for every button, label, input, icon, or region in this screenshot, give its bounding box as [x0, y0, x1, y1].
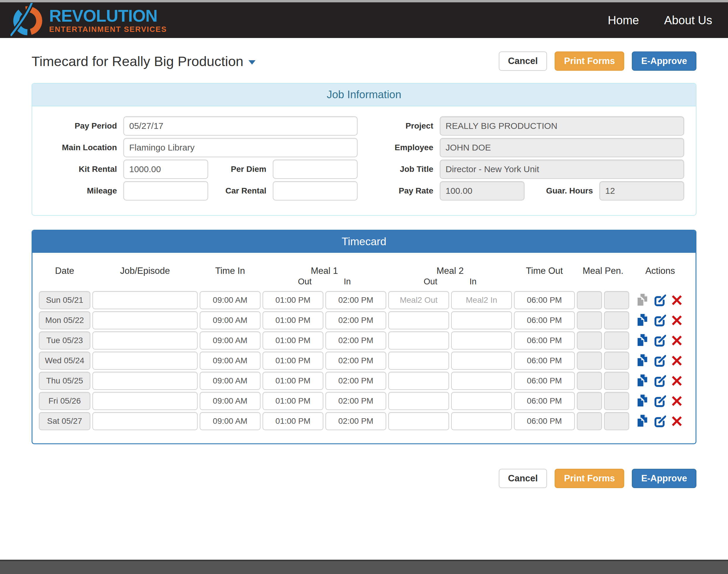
job-episode-input[interactable]	[92, 291, 198, 309]
meal2-in-input[interactable]	[451, 352, 512, 370]
meal1-out-input[interactable]	[262, 291, 323, 309]
meal2-out-input[interactable]	[388, 331, 449, 350]
print-forms-button-bottom[interactable]: Print Forms	[555, 469, 624, 488]
meal1-in-input[interactable]	[325, 331, 386, 350]
e-approve-button-bottom[interactable]: E-Approve	[632, 469, 696, 488]
delete-icon[interactable]	[671, 355, 683, 367]
time-in-input[interactable]	[200, 331, 260, 350]
meal2-out-input[interactable]	[388, 372, 449, 390]
edit-icon[interactable]	[654, 334, 666, 346]
meal2-in-input[interactable]	[451, 311, 512, 329]
job-episode-input[interactable]	[92, 412, 198, 430]
page-footer	[0, 560, 728, 574]
copy-icon[interactable]	[636, 414, 649, 428]
chevron-down-icon[interactable]	[248, 60, 255, 65]
meal1-out-input[interactable]	[262, 352, 323, 370]
meal2-in-input[interactable]	[451, 412, 512, 430]
mileage-input[interactable]	[123, 181, 208, 201]
meal1-out-input[interactable]	[262, 331, 323, 350]
row-actions	[631, 394, 689, 408]
meal1-in-input[interactable]	[325, 311, 386, 329]
meal-pen-1-cell	[577, 372, 602, 390]
nav-item-about-us[interactable]: About Us	[664, 14, 712, 27]
cancel-button-top[interactable]: Cancel	[499, 51, 547, 71]
car-rental-input[interactable]	[273, 181, 358, 201]
delete-icon[interactable]	[671, 395, 683, 407]
meal1-in-input[interactable]	[325, 291, 386, 309]
meal1-in-input[interactable]	[325, 412, 386, 430]
meal2-out-input[interactable]	[388, 311, 449, 329]
time-in-input[interactable]	[200, 412, 260, 430]
date-cell	[39, 412, 90, 430]
meal2-out-input[interactable]	[388, 412, 449, 430]
time-out-input[interactable]	[514, 372, 575, 390]
meal2-in-input[interactable]	[451, 392, 512, 410]
meal-pen-2-cell	[604, 392, 629, 410]
edit-icon[interactable]	[654, 314, 666, 326]
meal1-out-input[interactable]	[262, 311, 323, 329]
time-out-input[interactable]	[514, 311, 575, 329]
meal2-in-input[interactable]	[451, 331, 512, 350]
meal1-in-input[interactable]	[325, 392, 386, 410]
kit-rental-input[interactable]	[123, 160, 208, 179]
copy-icon[interactable]	[636, 374, 649, 387]
meal1-in-input[interactable]	[325, 352, 386, 370]
meal2-out-input[interactable]	[388, 392, 449, 410]
delete-icon[interactable]	[671, 415, 683, 427]
per-diem-input[interactable]	[273, 160, 358, 179]
meal1-out-input[interactable]	[262, 372, 323, 390]
time-out-input[interactable]	[514, 392, 575, 410]
nav-item-home[interactable]: Home	[608, 14, 639, 27]
job-episode-input[interactable]	[92, 311, 198, 329]
meal2-out-input[interactable]	[388, 352, 449, 370]
meal2-in-input[interactable]	[451, 291, 512, 309]
table-row	[39, 392, 689, 410]
employee-input	[440, 138, 684, 157]
job-episode-input[interactable]	[92, 331, 198, 350]
table-row	[39, 311, 689, 329]
copy-icon[interactable]	[636, 334, 649, 347]
time-out-input[interactable]	[514, 352, 575, 370]
time-in-input[interactable]	[200, 392, 260, 410]
time-out-input[interactable]	[514, 331, 575, 350]
delete-icon[interactable]	[671, 335, 683, 346]
job-episode-input[interactable]	[92, 372, 198, 390]
delete-icon[interactable]	[671, 375, 683, 387]
print-forms-button-top[interactable]: Print Forms	[555, 51, 624, 71]
delete-icon[interactable]	[671, 294, 683, 306]
meal1-in-input[interactable]	[325, 372, 386, 390]
job-episode-input[interactable]	[92, 352, 198, 370]
meal1-out-input[interactable]	[262, 392, 323, 410]
time-out-input[interactable]	[514, 412, 575, 430]
edit-icon[interactable]	[654, 294, 666, 306]
pay-rate-label: Pay Rate	[370, 186, 440, 196]
time-out-input[interactable]	[514, 291, 575, 309]
time-in-input[interactable]	[200, 311, 260, 329]
pay-period-input[interactable]	[123, 116, 358, 136]
top-action-buttons: Cancel Print Forms E-Approve	[499, 51, 696, 71]
edit-icon[interactable]	[654, 415, 666, 427]
page: REVOLUTION ENTERTAINMENT SERVICES Home A…	[0, 0, 728, 574]
meal-pen-1-cell	[577, 291, 602, 309]
time-in-input[interactable]	[200, 352, 260, 370]
copy-icon[interactable]	[636, 293, 649, 307]
time-in-input[interactable]	[200, 291, 260, 309]
e-approve-button-top[interactable]: E-Approve	[632, 51, 696, 71]
meal2-in-input[interactable]	[451, 372, 512, 390]
meal2-out-input[interactable]	[388, 291, 449, 309]
cancel-button-bottom[interactable]: Cancel	[499, 469, 547, 488]
edit-icon[interactable]	[654, 395, 666, 407]
time-in-input[interactable]	[200, 372, 260, 390]
job-episode-input[interactable]	[92, 392, 198, 410]
delete-icon[interactable]	[671, 315, 683, 326]
copy-icon[interactable]	[636, 394, 649, 408]
main-location-input[interactable]	[123, 138, 358, 157]
col-header-meal1-out: Out	[298, 277, 312, 286]
brand-logo[interactable]: REVOLUTION ENTERTAINMENT SERVICES	[10, 2, 167, 38]
edit-icon[interactable]	[654, 355, 666, 367]
copy-icon[interactable]	[636, 354, 649, 367]
date-cell	[39, 311, 90, 329]
copy-icon[interactable]	[636, 314, 649, 327]
meal1-out-input[interactable]	[262, 412, 323, 430]
edit-icon[interactable]	[654, 375, 666, 387]
